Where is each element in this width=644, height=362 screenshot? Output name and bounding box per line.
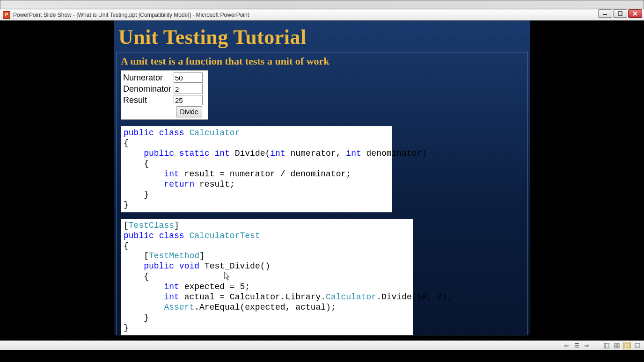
slide: Unit Testing Tutorial A unit test is a f… bbox=[114, 21, 530, 335]
close-icon bbox=[633, 11, 637, 16]
code-calculator-test: [TestClass] public class CalculatorTest … bbox=[121, 219, 413, 335]
svg-rect-4 bbox=[604, 343, 609, 348]
divide-form: Numerator Denominator Result Divide bbox=[121, 70, 208, 120]
close-button[interactable] bbox=[628, 9, 642, 18]
svg-rect-1 bbox=[618, 12, 622, 15]
slide-body: A unit test is a function that tests a u… bbox=[117, 52, 527, 335]
result-input[interactable] bbox=[174, 95, 203, 105]
result-label: Result bbox=[123, 95, 174, 105]
svg-rect-6 bbox=[615, 343, 616, 345]
minimize-icon bbox=[603, 11, 607, 16]
numerator-row: Numerator bbox=[123, 72, 206, 83]
svg-rect-12 bbox=[635, 343, 640, 347]
code-calculator: public class Calculator { public static … bbox=[121, 126, 392, 212]
powerpoint-icon: P bbox=[3, 11, 10, 19]
slideshow-view-button[interactable] bbox=[634, 342, 641, 349]
taskbar-blur bbox=[0, 0, 644, 9]
maximize-icon bbox=[618, 11, 622, 16]
prev-slide-button[interactable]: ⇦ bbox=[563, 342, 570, 349]
slideshow-stage[interactable]: Unit Testing Tutorial A unit test is a f… bbox=[0, 21, 644, 340]
result-row: Result bbox=[123, 95, 206, 105]
sorter-view-icon bbox=[614, 343, 620, 348]
denominator-input[interactable] bbox=[174, 84, 203, 94]
svg-rect-9 bbox=[617, 346, 619, 348]
denominator-label: Denominator bbox=[123, 84, 174, 94]
slide-title: Unit Testing Tutorial bbox=[114, 21, 530, 52]
sorter-view-button[interactable] bbox=[613, 342, 621, 349]
status-bar: ⇦ ☰ ⇨ bbox=[0, 340, 644, 350]
slideshow-view-icon bbox=[635, 343, 640, 348]
numerator-input[interactable] bbox=[174, 72, 203, 83]
svg-rect-7 bbox=[617, 343, 619, 345]
slide-menu-button[interactable]: ☰ bbox=[573, 342, 580, 349]
denominator-row: Denominator bbox=[123, 84, 206, 94]
window-controls bbox=[598, 9, 642, 18]
next-slide-button[interactable]: ⇨ bbox=[583, 342, 591, 349]
normal-view-button[interactable] bbox=[603, 342, 610, 349]
normal-view-icon bbox=[604, 343, 609, 348]
divide-button[interactable]: Divide bbox=[176, 106, 202, 117]
window-title: PowerPoint Slide Show - [What is Unit Te… bbox=[13, 12, 249, 18]
below-fill bbox=[0, 350, 644, 362]
titlebar: P PowerPoint Slide Show - [What is Unit … bbox=[0, 9, 644, 21]
reading-view-button[interactable] bbox=[623, 342, 631, 349]
svg-rect-8 bbox=[615, 346, 616, 348]
maximize-button[interactable] bbox=[613, 9, 627, 18]
reading-view-icon bbox=[624, 343, 630, 348]
minimize-button[interactable] bbox=[598, 9, 612, 18]
numerator-label: Numerator bbox=[123, 73, 174, 83]
slide-subtitle: A unit test is a function that tests a u… bbox=[121, 55, 523, 67]
